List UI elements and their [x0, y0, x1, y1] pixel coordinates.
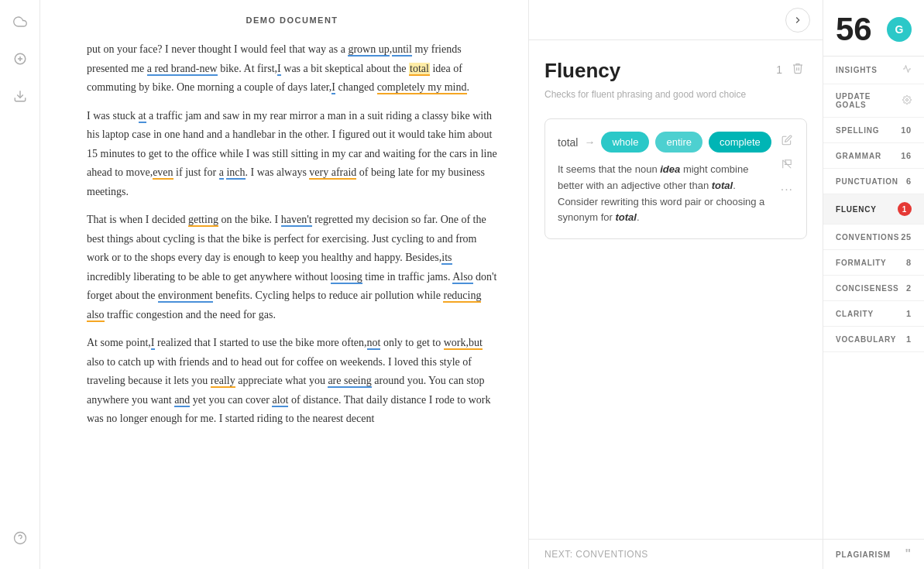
score-area: 56 G — [823, 0, 924, 57]
flag-card-btn[interactable] — [778, 156, 796, 175]
menu-fluency[interactable]: FLUENCY 1 — [823, 194, 924, 225]
chart-icon — [902, 64, 912, 76]
spelling-label: SPELLING — [836, 126, 879, 135]
insights-label: INSIGHTS — [836, 66, 878, 74]
menu-insights[interactable]: INSIGHTS — [823, 57, 924, 84]
fluency-count: 1 — [776, 63, 782, 76]
conventions-badge: 25 — [901, 232, 912, 242]
grammar-badge: 16 — [901, 151, 912, 160]
score-number: 56 — [836, 11, 872, 48]
plagiarism-label: PLAGIARISM — [836, 550, 891, 559]
svg-point-6 — [906, 98, 909, 101]
next-arrow[interactable] — [785, 8, 810, 33]
document-area: DEMO DOCUMENT put on your face? I never … — [40, 0, 529, 569]
conciseness-badge: 2 — [906, 283, 912, 293]
menu-spelling[interactable]: SPELLING 10 — [823, 118, 924, 143]
plagiarism-icon: " — [905, 547, 912, 561]
clarity-label: CLARITY — [836, 310, 874, 318]
svg-point-4 — [14, 533, 26, 544]
plagiarism-section[interactable]: PLAGIARISM " — [823, 539, 924, 569]
vocabulary-badge: 1 — [906, 334, 912, 344]
formality-label: FORMALITY — [836, 259, 887, 267]
menu-punctuation[interactable]: PUNCTUATION 6 — [823, 169, 924, 194]
more-card-btn[interactable]: ··· — [778, 180, 796, 200]
chip-whole[interactable]: whole — [601, 132, 649, 153]
avatar[interactable]: G — [887, 17, 912, 42]
formality-badge: 8 — [906, 258, 912, 267]
menu-grammar[interactable]: GRAMMAR 16 — [823, 143, 924, 169]
left-sidebar — [0, 0, 40, 569]
menu-conventions[interactable]: CONVENTIONS 25 — [823, 225, 924, 250]
document-text: put on your face? I never thought I woul… — [87, 40, 497, 429]
right-menu: INSIGHTS UPDATE GOALS SPELLING 10 GRAMMA… — [823, 57, 924, 352]
menu-clarity[interactable]: CLARITY 1 — [823, 301, 924, 327]
document-title: DEMO DOCUMENT — [87, 15, 497, 25]
fluency-title: Fluency — [544, 59, 620, 83]
delete-fluency-btn[interactable] — [788, 59, 807, 80]
download-icon[interactable] — [8, 84, 33, 108]
fluency-count-area: 1 — [776, 59, 807, 80]
avatar-initials: G — [895, 23, 904, 36]
suggestion-card: total → whole entire complete It seems t… — [544, 118, 807, 239]
punctuation-badge: 6 — [906, 177, 912, 186]
cloud-icon[interactable] — [8, 9, 33, 34]
suggestion-description: It seems that the noun idea might combin… — [558, 162, 771, 226]
conventions-label: CONVENTIONS — [836, 233, 899, 242]
punctuation-label: PUNCTUATION — [836, 177, 898, 186]
fluency-header: Fluency 1 — [544, 59, 807, 83]
chip-entire[interactable]: entire — [655, 132, 702, 153]
suggestion-row: total → whole entire complete — [558, 132, 771, 153]
fluency-content: Fluency 1 Checks for fluent phrasing and… — [529, 40, 823, 539]
fluency-panel: Fluency 1 Checks for fluent phrasing and… — [529, 0, 823, 569]
plus-icon[interactable] — [8, 46, 33, 71]
chip-complete[interactable]: complete — [709, 132, 771, 153]
top-bar — [529, 0, 823, 40]
fluency-subtitle: Checks for fluent phrasing and good word… — [544, 89, 807, 100]
conciseness-label: CONCISENESS — [836, 284, 899, 293]
right-sidebar: 56 G INSIGHTS UPDATE GOALS SPELLING 10 G… — [823, 0, 924, 569]
menu-formality[interactable]: FORMALITY 8 — [823, 250, 924, 276]
settings-icon — [902, 95, 912, 107]
arrow-icon: → — [584, 136, 595, 149]
fluency-menu-label: FLUENCY — [836, 205, 877, 214]
fluency-badge: 1 — [898, 202, 912, 216]
edit-card-btn[interactable] — [778, 132, 796, 151]
spelling-badge: 10 — [901, 125, 912, 135]
next-conventions[interactable]: NEXT: CONVENTIONS — [529, 539, 823, 569]
clarity-badge: 1 — [906, 309, 912, 318]
suggestion-original: total — [558, 136, 578, 149]
menu-vocabulary[interactable]: VOCABULARY 1 — [823, 327, 924, 352]
next-conventions-label: NEXT: CONVENTIONS — [544, 549, 648, 560]
update-goals-label: UPDATE GOALS — [836, 92, 902, 109]
help-icon[interactable] — [8, 526, 33, 550]
menu-update-goals[interactable]: UPDATE GOALS — [823, 84, 924, 118]
menu-conciseness[interactable]: CONCISENESS 2 — [823, 276, 924, 301]
grammar-label: GRAMMAR — [836, 152, 881, 160]
vocabulary-label: VOCABULARY — [836, 335, 896, 344]
